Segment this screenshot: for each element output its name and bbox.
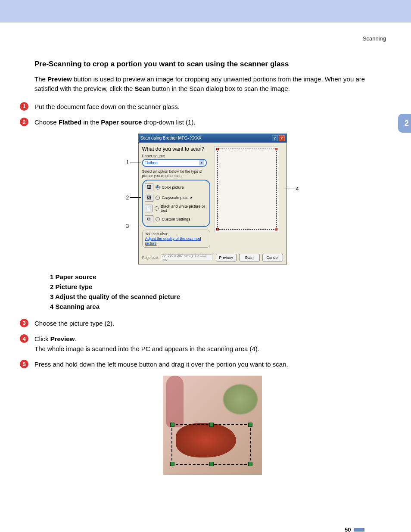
legend-4: 4 Scanning area — [50, 303, 390, 310]
crop-handle-icon — [170, 423, 174, 427]
page-size-dropdown[interactable]: A4 210 x 297 mm (8.3 x 11.7 inc — [161, 254, 212, 261]
option-grayscale[interactable]: 🖼 Grayscale picture — [144, 193, 209, 203]
step-4-text: Click Preview. The whole image is scanne… — [34, 334, 259, 354]
header-section-label: Scanning — [34, 35, 386, 42]
step-bullet-2: 2 — [20, 118, 28, 126]
scanning-area[interactable] — [215, 146, 279, 232]
intro-paragraph: The Preview button is used to preview an… — [34, 75, 390, 93]
step-bullet-3: 3 — [20, 319, 28, 327]
step-bullet-1: 1 — [20, 102, 28, 111]
option-custom[interactable]: ⚙ Custom Settings — [144, 214, 209, 224]
dialog-question: What do you want to scan? — [142, 146, 210, 152]
crop-handle-icon — [248, 423, 252, 427]
callout-4: 4 — [296, 186, 299, 192]
step-4: 4 Click Preview. The whole image is scan… — [34, 334, 390, 354]
step-bullet-4: 4 — [20, 334, 28, 343]
step-bullet-5: 5 — [20, 360, 28, 368]
step-5: 5 Press and hold down the left mouse but… — [34, 360, 390, 370]
radio-icon — [155, 206, 159, 211]
paper-source-value: Flatbed — [145, 161, 158, 165]
section-heading: Pre-Scanning to crop a portion you want … — [34, 60, 390, 68]
scan-dialog-window: Scan using Brother MFC- XXXX ? ✕ What do… — [138, 134, 287, 264]
legend-1: 1 Paper source — [50, 273, 390, 280]
option-bw[interactable]: 📄 Black and white picture or text — [144, 203, 209, 214]
scan-button[interactable]: Scan — [239, 254, 260, 261]
figure-legend: 1 Paper source 2 Picture type 3 Adjust t… — [50, 273, 390, 310]
color-picture-icon: 🖼 — [145, 184, 153, 191]
close-icon[interactable]: ✕ — [279, 135, 285, 141]
preview-button[interactable]: Preview — [216, 254, 237, 261]
dialog-titlebar: Scan using Brother MFC- XXXX ? ✕ — [139, 134, 286, 143]
crop-handle-icon — [170, 462, 174, 466]
page-footer: 50 — [34, 526, 390, 532]
crop-handle-icon — [209, 423, 214, 427]
also-label: You can also: — [145, 232, 207, 236]
grayscale-picture-icon: 🖼 — [145, 194, 153, 202]
legend-2: 2 Picture type — [50, 283, 390, 290]
step-2: 2 Choose Flatbed in the Paper source dro… — [34, 118, 390, 128]
step-2-text: Choose Flatbed in the Paper source drop-… — [34, 118, 196, 128]
also-box: You can also: Adjust the quality of the … — [142, 230, 210, 248]
callout-3: 3 — [126, 223, 129, 229]
radio-selected-icon — [156, 185, 160, 190]
step-3-text: Choose the picture type (2). — [34, 319, 114, 329]
step-5-text: Press and hold down the left mouse butto… — [34, 360, 288, 370]
crop-selection-box — [171, 424, 251, 465]
radio-icon — [156, 196, 160, 200]
crop-handle-icon — [209, 462, 214, 466]
chapter-tab: 2 — [398, 114, 411, 133]
step-3: 3 Choose the picture type (2). — [34, 319, 390, 329]
bw-picture-icon: 📄 — [145, 205, 153, 212]
step-1-text: Put the document face down on the scanne… — [34, 102, 180, 112]
custom-settings-icon: ⚙ — [145, 215, 153, 223]
adjust-quality-link[interactable]: Adjust the quality of the scanned pictur… — [145, 236, 201, 246]
cancel-button[interactable]: Cancel — [262, 254, 283, 261]
legend-3: 3 Adjust the quality of the scanned pict… — [50, 293, 390, 300]
callout-2: 2 — [126, 195, 129, 201]
paper-source-label: Paper source — [142, 154, 210, 158]
chevron-down-icon: ▾ — [199, 160, 204, 165]
help-icon[interactable]: ? — [272, 135, 278, 141]
crop-handle-icon — [248, 462, 252, 466]
option-hint: Select an option below for the type of p… — [142, 169, 210, 178]
step-1: 1 Put the document face down on the scan… — [34, 102, 390, 112]
footer-accent-bar — [354, 528, 364, 532]
radio-icon — [156, 217, 160, 221]
picture-type-group: 🖼 Color picture 🖼 Grayscale picture 📄 — [142, 180, 210, 227]
paper-source-dropdown[interactable]: Flatbed ▾ — [142, 159, 207, 167]
crop-example-figure — [34, 376, 390, 475]
dialog-title: Scan using Brother MFC- XXXX — [140, 136, 202, 140]
page-size-label: Page size: — [142, 255, 159, 260]
callout-1: 1 — [126, 159, 129, 165]
option-color[interactable]: 🖼 Color picture — [144, 182, 209, 193]
page-number: 50 — [345, 526, 351, 532]
scan-dialog-figure: 1 2 3 4 Scan using Brother MFC- XXXX ? ✕ — [34, 134, 390, 264]
top-banner — [0, 0, 411, 22]
